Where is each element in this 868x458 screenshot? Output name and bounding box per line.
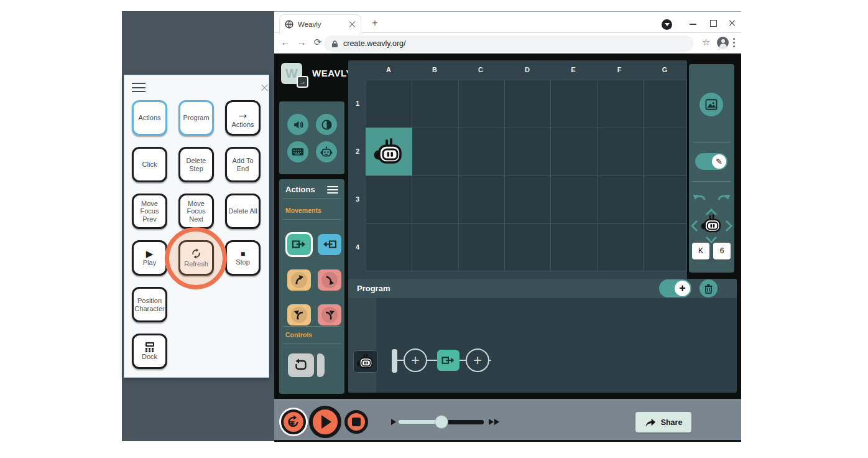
- url-bar[interactable]: create.weavly.org/: [324, 35, 693, 52]
- row-label-4: 4: [353, 243, 362, 251]
- extension-badge-icon[interactable]: [662, 19, 672, 30]
- image-icon: [705, 99, 718, 110]
- speaker-icon: [292, 119, 304, 131]
- switch-button-position-character[interactable]: Position Character: [132, 287, 167, 322]
- key-button-6[interactable]: 6: [713, 243, 731, 259]
- character-panel: ✎: [689, 64, 734, 273]
- refresh-scene-button[interactable]: [281, 409, 306, 434]
- palette-menu-icon[interactable]: [327, 186, 338, 195]
- share-button[interactable]: Share: [635, 412, 691, 432]
- utility-panel: [279, 101, 344, 174]
- delete-program-button[interactable]: [699, 279, 718, 297]
- row-label-2: 2: [353, 147, 362, 155]
- speed-slow-icon: [391, 419, 396, 425]
- switch-access-panel: Actions Program → Actions Click Delete S…: [124, 75, 269, 378]
- col-label-g: G: [658, 66, 671, 73]
- forward-button[interactable]: →: [295, 37, 308, 47]
- share-label: Share: [661, 418, 683, 427]
- tab-close-icon[interactable]: [348, 21, 356, 28]
- forward-arrow-icon: [441, 355, 456, 367]
- switch-button-delete-step[interactable]: Delete Step: [178, 147, 214, 182]
- reload-button[interactable]: ⟳: [312, 37, 324, 48]
- move-right-button[interactable]: [725, 220, 732, 235]
- background-picker-button[interactable]: [699, 93, 723, 116]
- row-label-3: 3: [353, 195, 362, 203]
- switch-button-click[interactable]: Click: [132, 147, 167, 182]
- switch-button-program[interactable]: Program: [178, 100, 214, 136]
- speed-slider-thumb[interactable]: [435, 415, 448, 429]
- keyboard-icon: [292, 147, 304, 156]
- switch-button-add-to-end[interactable]: Add To End: [225, 147, 261, 182]
- bookmark-star-icon[interactable]: ☆: [702, 37, 710, 48]
- switch-button-dock[interactable]: Dock: [132, 334, 167, 369]
- character-preview: [701, 213, 723, 237]
- switch-button-delete-all[interactable]: Delete All: [225, 194, 261, 229]
- row-label-1: 1: [353, 100, 362, 107]
- block-turn-left-90[interactable]: [287, 304, 311, 325]
- weavly-app: W → WEAVLY Actio: [274, 54, 741, 399]
- logo-wordmark: WEAVLY: [312, 68, 353, 78]
- speed-fast-icon-2: [494, 419, 499, 425]
- character-cell-a2[interactable]: [366, 128, 412, 175]
- program-character-thumbnail[interactable]: [353, 350, 378, 373]
- block-loop-end[interactable]: [317, 353, 325, 377]
- browser-tab[interactable]: Weavly: [279, 14, 361, 33]
- dock-icon: [145, 342, 155, 352]
- block-loop[interactable]: [288, 353, 314, 377]
- browser-tabstrip: Weavly +: [274, 12, 741, 33]
- undo-icon: [693, 192, 706, 202]
- add-node-toggle[interactable]: +: [659, 279, 691, 297]
- screenshot-canvas: Weavly + ← → ⟳ create.weavly.org/ ☆: [0, 0, 868, 458]
- switch-button-actions[interactable]: Actions: [132, 100, 167, 136]
- block-turn-right-90[interactable]: [318, 304, 341, 325]
- globe-favicon-icon: [285, 20, 293, 29]
- keyboard-shortcuts-button[interactable]: [287, 141, 308, 162]
- block-forward[interactable]: [287, 234, 311, 255]
- panel-menu-icon[interactable]: [132, 83, 145, 95]
- window-minimize-button[interactable]: [690, 24, 696, 25]
- palette-title: Actions: [285, 185, 315, 194]
- robot-character: [374, 137, 405, 167]
- block-turn-left-45[interactable]: [287, 269, 311, 291]
- movements-section-label: Movements: [285, 207, 321, 214]
- block-turn-right-45[interactable]: [318, 269, 341, 291]
- chevron-left-icon: [691, 220, 698, 232]
- add-step-node-2[interactable]: +: [466, 348, 489, 372]
- add-step-node-1[interactable]: +: [404, 348, 427, 372]
- profile-avatar[interactable]: [717, 37, 729, 49]
- switch-button-play[interactable]: ▶ Play: [132, 240, 167, 276]
- switch-button-goto-actions[interactable]: → Actions: [225, 100, 261, 136]
- browser-menu-icon[interactable]: [733, 38, 735, 49]
- scene-cells[interactable]: [366, 80, 687, 271]
- loop-icon: [293, 358, 308, 373]
- character-settings-button[interactable]: [316, 141, 337, 162]
- col-label-e: E: [567, 66, 579, 73]
- pen-toggle[interactable]: ✎: [695, 153, 727, 170]
- play-icon: ▶: [146, 249, 154, 258]
- window-maximize-button[interactable]: [710, 20, 717, 27]
- sound-options-button[interactable]: [287, 114, 308, 135]
- new-tab-button[interactable]: +: [369, 17, 381, 29]
- program-title: Program: [357, 279, 390, 298]
- stop-button[interactable]: [344, 410, 368, 434]
- back-button[interactable]: ←: [279, 37, 292, 47]
- switch-button-move-focus-next[interactable]: Move Focus Next: [178, 194, 214, 229]
- move-left-button[interactable]: [691, 220, 698, 235]
- program-header: Program +: [348, 279, 737, 298]
- undo-button[interactable]: [693, 192, 706, 205]
- robot-icon: [320, 146, 333, 157]
- play-button[interactable]: [309, 406, 341, 438]
- refresh-scene-icon: [287, 415, 300, 429]
- switch-button-stop[interactable]: ■ Stop: [225, 240, 261, 276]
- pencil-icon: ✎: [712, 154, 726, 169]
- arrow-right-icon: →: [236, 107, 249, 120]
- chevron-right-icon: [725, 220, 732, 232]
- block-backward[interactable]: [318, 234, 341, 255]
- program-step-forward[interactable]: [437, 350, 459, 371]
- logo-arrow-icon: →: [297, 76, 308, 88]
- theme-contrast-button[interactable]: [316, 114, 337, 135]
- key-button-k[interactable]: K: [692, 243, 709, 259]
- playback-bar: Share: [274, 399, 741, 440]
- redo-button[interactable]: [717, 192, 731, 205]
- switch-button-move-focus-prev[interactable]: Move Focus Prev: [132, 194, 167, 229]
